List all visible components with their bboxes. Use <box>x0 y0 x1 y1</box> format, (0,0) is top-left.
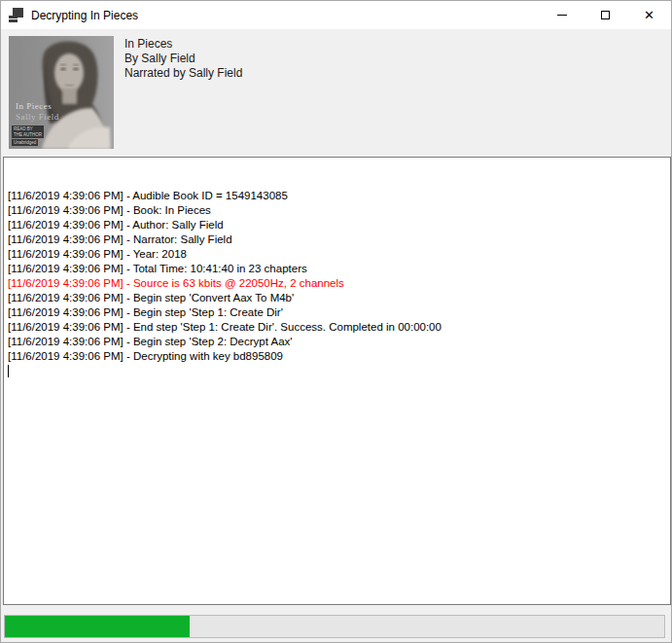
cover-read-by-badge: READ BY THE AUTHOR <box>12 125 44 138</box>
minimize-button[interactable] <box>540 1 584 29</box>
log-line: [11/6/2019 4:39:06 PM] - Begin step 'Con… <box>8 291 666 305</box>
window-title: Decrypting In Pieces <box>31 9 138 22</box>
log-line: [11/6/2019 4:39:06 PM] - Decrypting with… <box>8 349 666 364</box>
log-line: [11/6/2019 4:39:06 PM] - Year: 2018 <box>8 247 666 262</box>
progress-bar <box>4 615 665 638</box>
close-button[interactable]: ✕ <box>627 1 671 29</box>
log-line: [11/6/2019 4:39:06 PM] - Narrator: Sally… <box>8 232 666 247</box>
cover-title: In Pieces <box>16 101 52 111</box>
book-author: By Sally Field <box>124 52 242 66</box>
log-line: [11/6/2019 4:39:06 PM] - Book: In Pieces <box>8 203 666 218</box>
close-icon: ✕ <box>644 9 654 21</box>
text-caret <box>8 365 9 377</box>
log-line: [11/6/2019 4:39:06 PM] - End step 'Step … <box>8 320 666 335</box>
cover-author: Sally Field <box>16 112 59 122</box>
book-cover-image: In Pieces Sally Field READ BY THE AUTHOR… <box>9 36 114 149</box>
log-line: [11/6/2019 4:39:06 PM] - Total Time: 10:… <box>8 262 666 276</box>
app-icon <box>9 8 23 22</box>
caret-line <box>8 364 666 378</box>
book-info: In Pieces By Sally Field Narrated by Sal… <box>124 37 242 81</box>
maximize-icon <box>601 11 610 19</box>
log-line: [11/6/2019 4:39:06 PM] - Begin step 'Ste… <box>8 335 666 349</box>
progress-bar-fill <box>5 616 190 637</box>
minimize-icon <box>557 15 567 16</box>
app-window: Decrypting In Pieces ✕ <box>0 0 672 643</box>
title-bar[interactable]: Decrypting In Pieces ✕ <box>1 1 671 29</box>
book-narrator: Narrated by Sally Field <box>124 66 242 81</box>
log-line: [11/6/2019 4:39:06 PM] - Begin step 'Ste… <box>8 305 666 320</box>
window-controls: ✕ <box>540 1 671 29</box>
maximize-button[interactable] <box>584 1 627 29</box>
log-line: [11/6/2019 4:39:06 PM] - Audible Book ID… <box>8 189 666 203</box>
log-line: [11/6/2019 4:39:06 PM] - Author: Sally F… <box>8 218 666 232</box>
book-title: In Pieces <box>124 37 242 52</box>
cover-edition-badge: Unabridged <box>12 139 38 146</box>
log-line: [11/6/2019 4:39:06 PM] - Source is 63 kb… <box>8 276 666 291</box>
log-textbox[interactable]: [11/6/2019 4:39:06 PM] - Audible Book ID… <box>3 157 671 605</box>
